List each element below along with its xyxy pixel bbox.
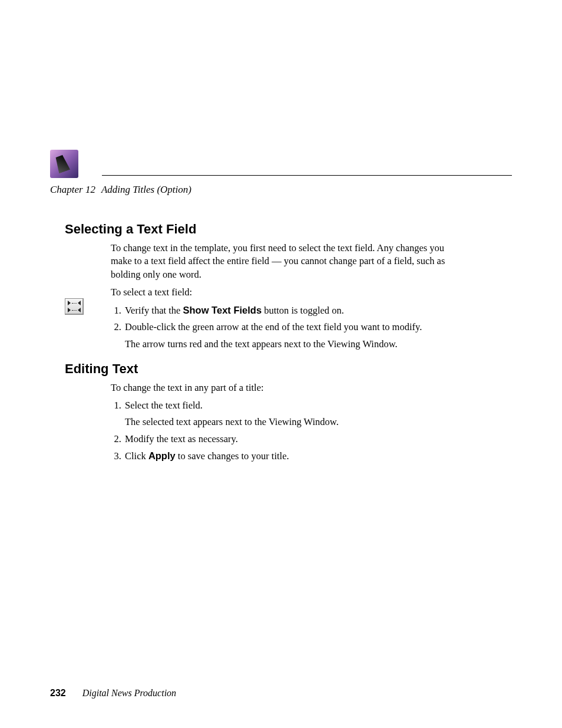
page-header: Chapter 12 Adding Titles (Option): [50, 150, 512, 196]
s2-step1-after: The selected text appears next to the Vi…: [125, 416, 462, 429]
section2-step-3: Click Apply to save changes to your titl…: [124, 449, 462, 463]
section2-step-2: Modify the text as necessary.: [124, 433, 462, 446]
s2-step1-text: Select the text field.: [125, 400, 203, 411]
section2-step-1: Select the text field. The selected text…: [124, 399, 462, 429]
section-heading-editing: Editing Text: [65, 361, 462, 377]
page-number: 232: [50, 688, 66, 698]
chapter-line: Chapter 12 Adding Titles (Option): [50, 184, 512, 196]
s2-step3-bold: Apply: [148, 450, 176, 461]
header-logo-row: [50, 150, 512, 178]
chapter-number: Chapter 12: [50, 184, 95, 195]
section1-step-1: Verify that the Show Text Fields button …: [124, 304, 462, 317]
step1-pre: Verify that the: [125, 305, 183, 316]
section1-lead: To select a text field:: [111, 286, 462, 299]
section-heading-selecting: Selecting a Text Field: [65, 222, 462, 237]
step1-bold: Show Text Fields: [183, 305, 262, 315]
step2-text: Double-click the green arrow at the end …: [125, 321, 422, 332]
step2-after: The arrow turns red and the text appears…: [125, 338, 462, 351]
s2-step3-post: to save changes to your title.: [176, 450, 289, 462]
show-text-fields-icon: [65, 298, 84, 315]
page-footer: 232 Digital News Production: [50, 688, 512, 699]
book-title: Digital News Production: [82, 688, 176, 698]
section1-body: To change text in the template, you firs…: [111, 242, 462, 351]
s2-step2-text: Modify the text as necessary.: [125, 433, 238, 444]
section2-steps: Select the text field. The selected text…: [111, 399, 462, 463]
section1-intro: To change text in the template, you firs…: [111, 242, 462, 281]
section2-body: To change the text in any part of a titl…: [111, 381, 462, 463]
app-logo-icon: [50, 150, 78, 178]
step1-post: button is toggled on.: [262, 305, 344, 316]
section1-step-2: Double-click the green arrow at the end …: [124, 321, 462, 351]
page-content: Selecting a Text Field To change text in…: [65, 218, 462, 467]
section1-steps: Verify that the Show Text Fields button …: [111, 304, 462, 351]
s2-step3-pre: Click: [125, 450, 148, 462]
section2-lead: To change the text in any part of a titl…: [111, 381, 462, 394]
chapter-title: Adding Titles (Option): [101, 184, 191, 195]
header-rule: [102, 175, 512, 176]
